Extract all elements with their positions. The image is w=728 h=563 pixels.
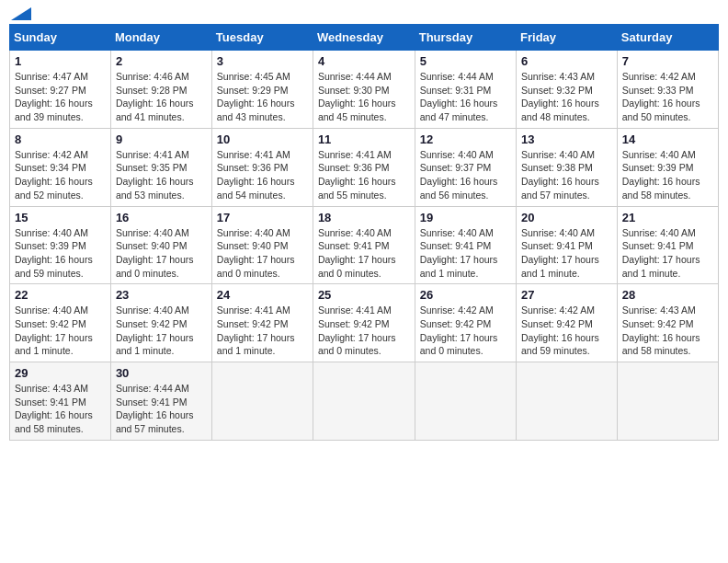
day-number: 30	[116, 366, 207, 380]
day-info: Sunrise: 4:44 AM Sunset: 9:41 PM Dayligh…	[116, 382, 207, 436]
day-info: Sunrise: 4:40 AM Sunset: 9:41 PM Dayligh…	[318, 226, 410, 281]
table-row: 15Sunrise: 4:40 AM Sunset: 9:39 PM Dayli…	[10, 206, 111, 284]
table-row: 24Sunrise: 4:41 AM Sunset: 9:42 PM Dayli…	[211, 284, 313, 362]
day-number: 13	[521, 132, 612, 146]
day-info: Sunrise: 4:40 AM Sunset: 9:39 PM Dayligh…	[15, 226, 106, 281]
day-info: Sunrise: 4:40 AM Sunset: 9:37 PM Dayligh…	[420, 148, 511, 202]
day-info: Sunrise: 4:44 AM Sunset: 9:31 PM Dayligh…	[420, 70, 511, 124]
calendar-table: Sunday Monday Tuesday Wednesday Thursday…	[9, 24, 719, 441]
table-row: 14Sunrise: 4:40 AM Sunset: 9:39 PM Dayli…	[617, 128, 718, 206]
day-info: Sunrise: 4:42 AM Sunset: 9:34 PM Dayligh…	[15, 148, 106, 202]
day-number: 26	[420, 288, 511, 302]
logo	[9, 9, 31, 17]
day-info: Sunrise: 4:40 AM Sunset: 9:41 PM Dayligh…	[622, 226, 713, 281]
day-info: Sunrise: 4:40 AM Sunset: 9:40 PM Dayligh…	[116, 226, 207, 281]
calendar-week-row: 1Sunrise: 4:47 AM Sunset: 9:27 PM Daylig…	[10, 51, 719, 129]
table-row: 1Sunrise: 4:47 AM Sunset: 9:27 PM Daylig…	[10, 51, 111, 129]
day-info: Sunrise: 4:43 AM Sunset: 9:32 PM Dayligh…	[521, 70, 612, 124]
day-info: Sunrise: 4:45 AM Sunset: 9:29 PM Dayligh…	[217, 70, 308, 124]
day-number: 5	[420, 54, 511, 68]
day-info: Sunrise: 4:40 AM Sunset: 9:42 PM Dayligh…	[116, 304, 207, 358]
table-row: 3Sunrise: 4:45 AM Sunset: 9:29 PM Daylig…	[211, 51, 313, 129]
table-row: 22Sunrise: 4:40 AM Sunset: 9:42 PM Dayli…	[10, 284, 111, 362]
day-info: Sunrise: 4:43 AM Sunset: 9:42 PM Dayligh…	[622, 304, 713, 358]
table-row: 21Sunrise: 4:40 AM Sunset: 9:41 PM Dayli…	[617, 206, 718, 284]
day-number: 28	[622, 288, 713, 302]
day-info: Sunrise: 4:40 AM Sunset: 9:40 PM Dayligh…	[217, 226, 308, 281]
table-row: 5Sunrise: 4:44 AM Sunset: 9:31 PM Daylig…	[415, 51, 516, 129]
day-number: 3	[217, 54, 308, 68]
table-row: 9Sunrise: 4:41 AM Sunset: 9:35 PM Daylig…	[110, 128, 211, 206]
table-row: 10Sunrise: 4:41 AM Sunset: 9:36 PM Dayli…	[211, 128, 313, 206]
day-number: 27	[521, 288, 612, 302]
table-row: 6Sunrise: 4:43 AM Sunset: 9:32 PM Daylig…	[517, 51, 618, 129]
day-number: 11	[318, 132, 410, 146]
day-number: 6	[521, 54, 612, 68]
day-number: 25	[318, 288, 410, 302]
table-row	[617, 362, 718, 441]
table-row: 27Sunrise: 4:42 AM Sunset: 9:42 PM Dayli…	[517, 284, 618, 362]
table-row: 12Sunrise: 4:40 AM Sunset: 9:37 PM Dayli…	[415, 128, 516, 206]
day-info: Sunrise: 4:41 AM Sunset: 9:35 PM Dayligh…	[116, 148, 207, 202]
header	[9, 9, 719, 17]
table-row: 8Sunrise: 4:42 AM Sunset: 9:34 PM Daylig…	[10, 128, 111, 206]
logo-icon	[11, 7, 31, 20]
table-row: 11Sunrise: 4:41 AM Sunset: 9:36 PM Dayli…	[313, 128, 415, 206]
day-number: 2	[116, 54, 207, 68]
day-info: Sunrise: 4:43 AM Sunset: 9:41 PM Dayligh…	[15, 382, 106, 436]
day-number: 15	[15, 211, 106, 224]
table-row: 23Sunrise: 4:40 AM Sunset: 9:42 PM Dayli…	[110, 284, 211, 362]
day-number: 4	[318, 54, 410, 68]
table-row: 28Sunrise: 4:43 AM Sunset: 9:42 PM Dayli…	[617, 284, 718, 362]
table-row: 26Sunrise: 4:42 AM Sunset: 9:42 PM Dayli…	[415, 284, 516, 362]
day-number: 21	[622, 211, 713, 224]
day-info: Sunrise: 4:41 AM Sunset: 9:42 PM Dayligh…	[217, 304, 308, 358]
day-info: Sunrise: 4:41 AM Sunset: 9:36 PM Dayligh…	[318, 148, 410, 202]
day-info: Sunrise: 4:42 AM Sunset: 9:42 PM Dayligh…	[521, 304, 612, 358]
calendar-week-row: 22Sunrise: 4:40 AM Sunset: 9:42 PM Dayli…	[10, 284, 719, 362]
table-row: 20Sunrise: 4:40 AM Sunset: 9:41 PM Dayli…	[517, 206, 618, 284]
table-row: 29Sunrise: 4:43 AM Sunset: 9:41 PM Dayli…	[10, 362, 111, 441]
table-row: 7Sunrise: 4:42 AM Sunset: 9:33 PM Daylig…	[617, 51, 718, 129]
day-number: 8	[15, 132, 106, 146]
table-row: 30Sunrise: 4:44 AM Sunset: 9:41 PM Dayli…	[110, 362, 211, 441]
table-row	[517, 362, 618, 441]
calendar-week-row: 15Sunrise: 4:40 AM Sunset: 9:39 PM Dayli…	[10, 206, 719, 284]
day-number: 19	[420, 211, 511, 224]
col-friday: Friday	[517, 25, 618, 51]
table-row: 2Sunrise: 4:46 AM Sunset: 9:28 PM Daylig…	[110, 51, 211, 129]
day-info: Sunrise: 4:41 AM Sunset: 9:42 PM Dayligh…	[318, 304, 410, 358]
day-number: 1	[15, 54, 106, 68]
day-number: 10	[217, 132, 308, 146]
table-row	[415, 362, 516, 441]
table-row: 16Sunrise: 4:40 AM Sunset: 9:40 PM Dayli…	[110, 206, 211, 284]
col-saturday: Saturday	[617, 25, 718, 51]
col-tuesday: Tuesday	[211, 25, 313, 51]
day-info: Sunrise: 4:46 AM Sunset: 9:28 PM Dayligh…	[116, 70, 207, 124]
table-row: 13Sunrise: 4:40 AM Sunset: 9:38 PM Dayli…	[517, 128, 618, 206]
day-number: 17	[217, 211, 308, 224]
calendar-week-row: 29Sunrise: 4:43 AM Sunset: 9:41 PM Dayli…	[10, 362, 719, 441]
table-row: 18Sunrise: 4:40 AM Sunset: 9:41 PM Dayli…	[313, 206, 415, 284]
svg-marker-0	[11, 7, 31, 20]
table-row: 17Sunrise: 4:40 AM Sunset: 9:40 PM Dayli…	[211, 206, 313, 284]
table-row: 25Sunrise: 4:41 AM Sunset: 9:42 PM Dayli…	[313, 284, 415, 362]
day-number: 22	[15, 288, 106, 302]
day-number: 24	[217, 288, 308, 302]
day-info: Sunrise: 4:40 AM Sunset: 9:41 PM Dayligh…	[521, 226, 612, 281]
table-row: 4Sunrise: 4:44 AM Sunset: 9:30 PM Daylig…	[313, 51, 415, 129]
day-number: 18	[318, 211, 410, 224]
col-wednesday: Wednesday	[313, 25, 415, 51]
day-info: Sunrise: 4:40 AM Sunset: 9:42 PM Dayligh…	[15, 304, 106, 358]
page: Sunday Monday Tuesday Wednesday Thursday…	[0, 0, 728, 563]
calendar-week-row: 8Sunrise: 4:42 AM Sunset: 9:34 PM Daylig…	[10, 128, 719, 206]
day-info: Sunrise: 4:41 AM Sunset: 9:36 PM Dayligh…	[217, 148, 308, 202]
col-monday: Monday	[110, 25, 211, 51]
day-number: 23	[116, 288, 207, 302]
day-info: Sunrise: 4:40 AM Sunset: 9:39 PM Dayligh…	[622, 148, 713, 202]
day-number: 29	[15, 366, 106, 380]
calendar-header-row: Sunday Monday Tuesday Wednesday Thursday…	[10, 25, 719, 51]
col-thursday: Thursday	[415, 25, 516, 51]
table-row: 19Sunrise: 4:40 AM Sunset: 9:41 PM Dayli…	[415, 206, 516, 284]
day-info: Sunrise: 4:40 AM Sunset: 9:41 PM Dayligh…	[420, 226, 511, 281]
